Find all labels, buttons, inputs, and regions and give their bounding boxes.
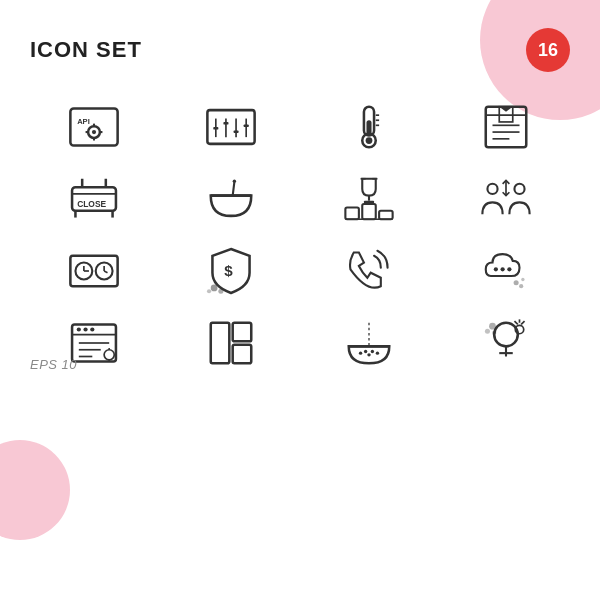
page-container: ICON SET 16 API <box>0 0 600 390</box>
book-bookmark-icon <box>479 100 533 154</box>
svg-rect-10 <box>214 127 219 130</box>
svg-rect-24 <box>486 107 527 148</box>
svg-point-83 <box>359 351 362 354</box>
svg-line-93 <box>515 321 518 324</box>
svg-text:API: API <box>77 117 90 126</box>
icon-api-settings: API <box>30 100 158 154</box>
icon-watermelon <box>305 316 433 370</box>
svg-rect-80 <box>233 323 252 342</box>
svg-rect-14 <box>234 130 239 133</box>
svg-point-72 <box>90 327 94 331</box>
icon-bowl <box>168 172 296 226</box>
icon-trophy-podium <box>305 172 433 226</box>
svg-line-38 <box>233 182 235 196</box>
icon-thermometer <box>305 100 433 154</box>
womens-day-icon <box>479 316 533 370</box>
svg-point-62 <box>494 267 498 271</box>
icon-womens-day <box>443 316 571 370</box>
svg-point-84 <box>367 353 370 356</box>
svg-point-65 <box>514 280 519 285</box>
svg-point-89 <box>494 323 518 347</box>
icon-phone-wave <box>305 244 433 298</box>
icon-audio-mixer <box>168 100 296 154</box>
svg-point-70 <box>76 327 80 331</box>
svg-text:$: $ <box>225 262 234 279</box>
svg-point-49 <box>515 184 525 194</box>
svg-point-48 <box>488 184 498 194</box>
clock-panel-icon <box>67 244 121 298</box>
svg-line-57 <box>104 271 107 273</box>
svg-point-3 <box>92 130 96 134</box>
icon-count-badge: 16 <box>526 28 570 72</box>
svg-point-60 <box>219 289 224 294</box>
svg-point-98 <box>492 331 496 335</box>
watermelon-icon <box>342 316 396 370</box>
bg-decoration-2 <box>0 440 70 540</box>
svg-point-86 <box>364 350 367 353</box>
icon-people-arrows <box>443 172 571 226</box>
svg-rect-81 <box>233 345 252 364</box>
svg-point-63 <box>501 267 505 271</box>
icon-close-sign: CLOSE <box>30 172 158 226</box>
svg-rect-12 <box>224 122 229 125</box>
svg-rect-16 <box>244 124 249 127</box>
svg-point-96 <box>489 323 496 330</box>
icon-grid-panel <box>168 316 296 370</box>
icon-clock-panel <box>30 244 158 298</box>
svg-rect-44 <box>345 207 359 219</box>
icon-book-bookmark <box>443 100 571 154</box>
icon-cloud-dots <box>443 244 571 298</box>
people-arrows-icon <box>479 172 533 226</box>
close-sign-icon: CLOSE <box>67 172 121 226</box>
svg-text:CLOSE: CLOSE <box>77 199 106 209</box>
svg-rect-45 <box>362 204 376 219</box>
svg-point-39 <box>233 180 236 183</box>
svg-point-87 <box>370 350 373 353</box>
svg-point-20 <box>365 137 372 144</box>
svg-point-71 <box>83 327 87 331</box>
footer-text: EPS 10 <box>30 357 77 372</box>
page-title: ICON SET <box>30 37 142 63</box>
svg-point-97 <box>485 329 490 334</box>
bowl-icon <box>204 172 258 226</box>
svg-rect-79 <box>211 323 230 364</box>
page-header: ICON SET 16 <box>30 28 570 72</box>
svg-point-66 <box>521 278 524 281</box>
svg-point-61 <box>207 289 211 293</box>
api-settings-icon: API <box>67 100 121 154</box>
svg-point-85 <box>376 351 379 354</box>
phone-wave-icon <box>342 244 396 298</box>
svg-point-59 <box>211 285 218 292</box>
svg-point-64 <box>508 267 512 271</box>
icon-grid: API <box>30 100 570 370</box>
svg-rect-51 <box>70 256 117 286</box>
grid-panel-icon <box>204 316 258 370</box>
cloud-dots-icon <box>479 244 533 298</box>
audio-mixer-icon <box>204 100 258 154</box>
svg-rect-46 <box>379 211 393 219</box>
icon-shield-dollar: $ <box>168 244 296 298</box>
thermometer-icon <box>342 100 396 154</box>
svg-point-76 <box>104 350 114 360</box>
trophy-podium-icon <box>342 172 396 226</box>
svg-line-94 <box>521 321 524 324</box>
svg-point-67 <box>519 284 523 288</box>
shield-dollar-icon: $ <box>204 244 258 298</box>
